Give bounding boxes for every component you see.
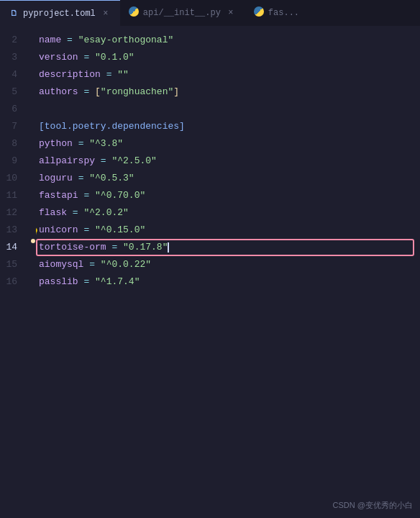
code-line-8: python = "^3.8" xyxy=(39,135,420,153)
code-line-14: tortoise-orm = "0.17.8" xyxy=(39,239,420,256)
code-line-2: name = "esay-orthogonal" xyxy=(39,32,420,49)
code-line-9: allpairspy = "^2.5.0" xyxy=(39,153,420,170)
code-line-3: version = "0.1.0" xyxy=(39,49,420,66)
code-line-10: loguru = "^0.5.3" xyxy=(39,170,420,187)
tab-label-pyproject: pyproject.toml xyxy=(23,9,96,19)
code-content[interactable]: name = "esay-orthogonal" version = "0.1.… xyxy=(36,26,420,518)
code-line-12: flask = "^2.0.2" xyxy=(39,204,420,222)
code-line-11: fastapi = "^0.70.0" xyxy=(39,187,420,204)
close-icon-pyproject[interactable]: × xyxy=(100,8,111,19)
code-line-16: passlib = "^1.7.4" xyxy=(39,273,420,291)
py-icon-api xyxy=(129,6,139,19)
tab-fas[interactable]: fas... xyxy=(245,0,308,26)
py-icon-fas xyxy=(254,6,264,19)
tab-label-api: api/__init__.py xyxy=(143,8,221,18)
line-numbers: 2 3 4 5 6 7 8 9 10 11 12 13 14 15 16 xyxy=(0,26,30,518)
watermark: CSDN @变优秀的小白 xyxy=(333,496,413,514)
code-line-7: [tool.poetry.dependencies] xyxy=(39,118,420,135)
tab-pyproject[interactable]: 🗋 pyproject.toml × xyxy=(0,0,120,26)
code-line-5: authors = ["ronghuachen"] xyxy=(39,83,420,101)
code-line-4: description = "" xyxy=(39,66,420,83)
gutter xyxy=(30,26,36,518)
code-line-15: aiomysql = "^0.0.22" xyxy=(39,256,420,273)
tab-api-init[interactable]: api/__init__.py × xyxy=(120,0,245,26)
tab-bar: 🗋 pyproject.toml × api/__init__.py × fas… xyxy=(0,0,420,26)
tab-label-fas: fas... xyxy=(268,8,299,18)
close-icon-api[interactable]: × xyxy=(225,7,237,19)
editor-area: 2 3 4 5 6 7 8 9 10 11 12 13 14 15 16 nam… xyxy=(0,26,420,518)
toml-icon: 🗋 xyxy=(9,9,19,19)
code-line-13: 💡 unicorn = "^0.15.0" xyxy=(39,222,420,239)
code-line-6 xyxy=(39,101,420,118)
